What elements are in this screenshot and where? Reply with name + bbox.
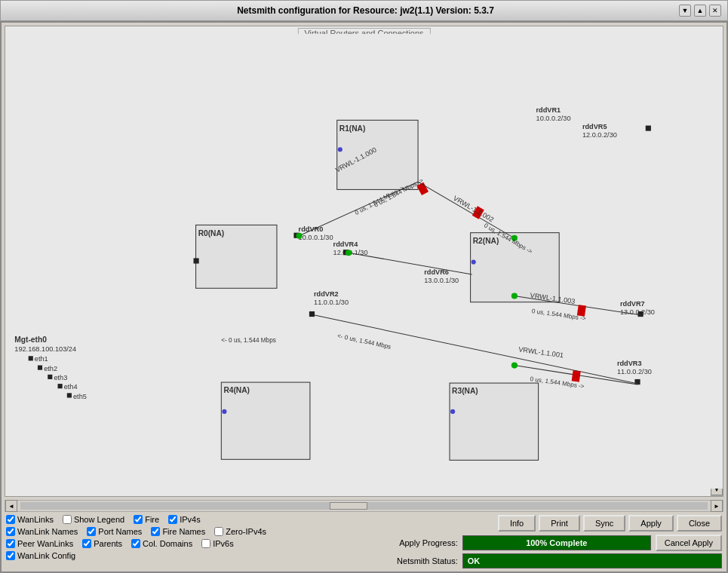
title-bar: Netsmith configuration for Resource: jw2… (0, 0, 728, 21)
svg-text:eth2: eth2 (44, 365, 57, 372)
cb-fire-names-item[interactable]: Fire Names (151, 527, 205, 536)
svg-text:eth4: eth4 (64, 383, 78, 391)
svg-text:eth5: eth5 (73, 393, 87, 400)
cb-peer-wanlinks-label: Peer WanLinks (17, 539, 73, 548)
cancel-apply-button[interactable]: Cancel Apply (656, 535, 722, 551)
cb-wanlink-names-item[interactable]: WanLink Names (6, 527, 78, 536)
cb-parents-item[interactable]: Parents (82, 539, 122, 548)
netsmith-status-row: Netsmith Status: OK (382, 553, 722, 568)
cb-ipv6s-label: IPv6s (213, 539, 234, 548)
svg-text:R1(NA): R1(NA) (339, 124, 366, 133)
cb-wanlink-names-label: WanLink Names (17, 527, 78, 536)
svg-text:10.0.0.1/30: 10.0.0.1/30 (299, 234, 333, 241)
svg-point-21 (472, 259, 476, 264)
svg-text:12.0.0.2/30: 12.0.0.2/30 (582, 131, 617, 139)
cb-wanlink-config-label: WanLink Config (17, 551, 75, 560)
svg-rect-30 (646, 126, 651, 131)
cb-wanlink-config-item[interactable]: WanLink Config (6, 551, 75, 560)
bottom-controls: WanLinks Show Legend Fire IPv4s (2, 512, 726, 571)
cb-showlegend-item[interactable]: Show Legend (63, 515, 124, 524)
maximize-button[interactable]: ▲ (694, 5, 706, 17)
cb-port-names[interactable] (87, 527, 96, 536)
svg-rect-7 (48, 375, 52, 379)
status-area: Apply Progress: 100% Complete Cancel App… (382, 535, 722, 568)
horizontal-scrollbar[interactable]: ◄ ► (5, 500, 723, 512)
svg-text:<- 0 us, 1.544 Mbps: <- 0 us, 1.544 Mbps (221, 337, 275, 344)
h-scroll-track[interactable] (20, 502, 708, 510)
cb-peer-wanlinks-item[interactable]: Peer WanLinks (6, 539, 73, 548)
cb-col-domains-item[interactable]: Col. Domains (131, 539, 192, 548)
apply-button[interactable]: Apply (628, 515, 674, 532)
cb-wanlink-config[interactable] (6, 551, 15, 560)
cb-zero-ipv4s[interactable] (214, 527, 223, 536)
cb-ipv6s-item[interactable]: IPv6s (201, 539, 234, 548)
svg-rect-11 (67, 393, 72, 397)
cb-port-names-label: Port Names (98, 527, 142, 536)
svg-point-18 (338, 147, 342, 152)
window-title: Netsmith configuration for Resource: jw2… (52, 5, 679, 16)
cb-wanlinks-item[interactable]: WanLinks (6, 515, 54, 524)
print-button[interactable]: Print (539, 515, 580, 532)
svg-point-71 (511, 362, 518, 368)
svg-text:R3(NA): R3(NA) (452, 387, 478, 395)
checkbox-row-3: Peer WanLinks Parents Col. Domains IPv6s (6, 539, 376, 548)
checkbox-row-4: WanLink Config (6, 551, 376, 560)
netsmith-status-value: OK (462, 553, 722, 568)
svg-text:Mgt-eth0: Mgt-eth0 (14, 336, 47, 344)
svg-text:10.0.0.2/30: 10.0.0.2/30 (536, 115, 571, 122)
cb-parents-label: Parents (94, 539, 122, 548)
cb-col-domains[interactable] (131, 539, 140, 548)
cb-showlegend-label: Show Legend (74, 515, 124, 524)
close-button[interactable]: Close (677, 515, 722, 532)
cb-zero-ipv4s-item[interactable]: Zero-IPv4s (214, 527, 266, 536)
cb-parents[interactable] (82, 539, 91, 548)
svg-text:R2(NA): R2(NA) (473, 237, 499, 245)
svg-text:192.168.100.103/24: 192.168.100.103/24 (14, 345, 76, 353)
scroll-left-button[interactable]: ◄ (5, 500, 17, 512)
svg-point-64 (511, 293, 518, 299)
cb-fire-label: Fire (145, 515, 159, 524)
apply-progress-row: Apply Progress: 100% Complete Cancel App… (382, 535, 722, 551)
svg-rect-46 (638, 311, 644, 317)
svg-text:rddVR4: rddVR4 (333, 241, 359, 248)
cb-wanlink-names[interactable] (6, 527, 15, 536)
cb-port-names-item[interactable]: Port Names (87, 527, 142, 536)
cb-ipv4s-item[interactable]: IPv4s (168, 515, 201, 524)
svg-rect-72 (572, 370, 581, 382)
svg-text:13.0.0.1/30: 13.0.0.1/30 (424, 277, 459, 284)
svg-rect-41 (309, 311, 315, 317)
svg-point-27 (222, 409, 226, 414)
svg-rect-5 (38, 366, 42, 370)
scroll-right-button[interactable]: ► (711, 500, 723, 512)
netsmith-status-label: Netsmith Status: (382, 556, 458, 565)
svg-text:rddVR7: rddVR7 (620, 300, 645, 308)
info-button[interactable]: Info (498, 515, 536, 532)
cb-wanlinks-label: WanLinks (17, 515, 54, 524)
cb-col-domains-label: Col. Domains (143, 539, 192, 548)
svg-text:R0(NA): R0(NA) (198, 229, 225, 237)
close-button[interactable]: ✕ (709, 5, 721, 17)
cb-showlegend[interactable] (63, 515, 72, 524)
cb-fire-item[interactable]: Fire (134, 515, 159, 524)
cb-peer-wanlinks[interactable] (6, 539, 15, 548)
svg-text:R4(NA): R4(NA) (223, 386, 250, 394)
cb-ipv6s[interactable] (201, 539, 210, 548)
canvas-area: Virtual Routers and Connections ⊕ ⊙ ⊖ ▲ … (5, 26, 723, 497)
apply-progress-label: Apply Progress: (382, 538, 458, 547)
svg-point-51 (296, 233, 303, 239)
cb-wanlinks[interactable] (6, 515, 15, 524)
cb-ipv4s[interactable] (168, 515, 177, 524)
cb-fire[interactable] (134, 515, 143, 524)
svg-text:rddVR3: rddVR3 (617, 360, 642, 367)
cb-fire-names-label: Fire Names (162, 527, 205, 536)
cb-fire-names[interactable] (151, 527, 160, 536)
sync-button[interactable]: Sync (583, 515, 625, 532)
main-window: Virtual Routers and Connections ⊕ ⊙ ⊖ ▲ … (0, 21, 728, 573)
svg-point-24 (450, 409, 455, 414)
progress-bar: 100% Complete (462, 535, 651, 550)
svg-text:rddVR5: rddVR5 (582, 123, 607, 130)
h-scroll-thumb[interactable] (330, 502, 367, 510)
cb-zero-ipv4s-label: Zero-IPv4s (226, 527, 266, 536)
minimize-button[interactable]: ▼ (679, 5, 691, 17)
checkbox-row-2: WanLink Names Port Names Fire Names Zero… (6, 527, 376, 536)
